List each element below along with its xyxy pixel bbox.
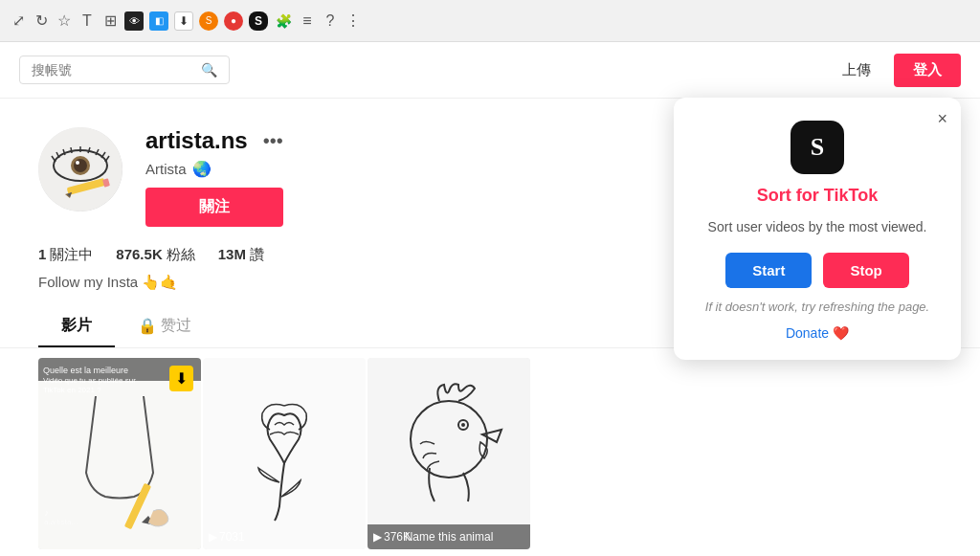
video-count-3: ▶ 376K [373,530,411,544]
popup-buttons: Start Stop [725,253,909,288]
svg-rect-25 [203,358,366,549]
layers-ext-icon[interactable]: ◧ [149,11,168,31]
followers-stat: 876.5K 粉絲 [116,246,194,264]
follow-button[interactable]: 關注 [145,188,283,227]
svg-line-8 [71,147,72,153]
popup-close-button[interactable]: × [937,109,947,129]
popup-hint: If it doesn't work, try refreshing the p… [705,300,929,314]
question-icon[interactable]: ? [322,12,339,30]
more-options-button[interactable]: ••• [263,130,283,152]
profile-username: artista.ns [145,127,248,154]
red-ext-icon[interactable]: ● [224,11,243,31]
orange-ext-icon[interactable]: S [199,11,218,31]
followers-label: 粉絲 [167,246,195,264]
donate-label: Donate [786,325,829,341]
video-2-image [203,358,366,549]
tab-videos[interactable]: 影片 [38,306,115,347]
star-icon[interactable]: ☆ [56,12,73,30]
avatar [38,127,122,211]
mask-ext-icon[interactable]: 👁 [124,11,144,31]
sort-tiktok-popup: × S Sort for TikTok Sort user videos by … [674,98,961,360]
popup-app-icon: S [791,121,844,174]
search-bar[interactable]: 🔍 [19,56,230,84]
video-grid: Quelle est la meilleure Vidéo que tu as … [0,348,980,556]
browser-toolbar: ⤢ ↻ ☆ T ⊞ 👁 ◧ ⬇ S ● S 🧩 ≡ ? ⋮ [0,0,980,42]
external-link-icon[interactable]: ⤢ [10,12,27,30]
popup-description: Sort user videos by the most viewed. [708,217,927,237]
video-thumb-2[interactable]: ▶ 7031 [203,358,366,549]
svg-text:Quelle est la meilleure: Quelle est la meilleure [43,366,128,375]
video-thumb-1[interactable]: Quelle est la meilleure Vidéo que tu as … [38,358,201,549]
share-icon[interactable]: ↻ [33,12,50,30]
grid-icon[interactable]: ⊞ [101,12,119,30]
video-badge-1: ⬇ [169,366,193,391]
search-icon: 🔍 [201,62,217,78]
tab-liked-label: 赞过 [161,316,191,336]
popup-start-button[interactable]: Start [725,253,812,288]
tab-liked[interactable]: 🔒 赞过 [115,306,214,347]
following-stat: 1 關注中 [38,246,93,264]
popup-title: Sort for TikTok [757,186,878,206]
svg-point-4 [76,161,79,165]
browser-extension-icons: ⤢ ↻ ☆ T ⊞ 👁 ◧ ⬇ S ● S 🧩 ≡ ? ⋮ [10,11,362,31]
svg-text:Vidéo que tu as publiée sur: Vidéo que tu as publiée sur [43,376,136,385]
heart-icon: ❤️ [833,325,849,341]
display-name-row: Artista 🌏 [145,160,283,178]
video-3-image [368,358,530,549]
avatar-image [38,127,122,211]
verified-icon: 🌏 [192,160,212,178]
followers-count: 876.5K [116,246,162,264]
following-label: 關注中 [50,246,93,264]
likes-count: 13M [218,246,246,264]
lock-icon: 🔒 [138,317,157,335]
svg-rect-26 [368,358,530,549]
browser-more-icon[interactable]: ⋮ [345,12,362,30]
likes-label: 讚 [250,246,264,264]
search-input[interactable] [32,62,201,78]
profile-info: artista.ns ••• Artista 🌏 關注 [145,127,283,227]
video-count-2: ▶ 7031 [209,530,245,544]
display-name: Artista [145,161,187,177]
following-count: 1 [38,246,46,264]
svg-point-3 [74,159,87,172]
svg-point-29 [461,423,465,427]
s-ext-icon[interactable]: S [249,11,268,31]
tiktok-navbar: 🔍 上傳 登入 [0,42,980,99]
text-icon[interactable]: T [78,12,96,30]
tiktok-logo-small-1: ♪ a.artista... [44,507,78,526]
svg-text:TikTok en 2021 ?: TikTok en 2021 ? [43,386,101,394]
puzzle-ext-icon[interactable]: 🧩 [274,11,293,31]
upload-button[interactable]: 上傳 [831,54,882,87]
login-button[interactable]: 登入 [894,54,961,87]
download-ext-icon[interactable]: ⬇ [174,11,193,31]
popup-donate-link[interactable]: Donate ❤️ [786,325,849,341]
list-icon[interactable]: ≡ [299,12,316,30]
video-thumb-3[interactable]: Name this animal ▶ 376K [368,358,530,549]
likes-stat: 13M 讚 [218,246,264,264]
popup-stop-button[interactable]: Stop [823,253,908,288]
